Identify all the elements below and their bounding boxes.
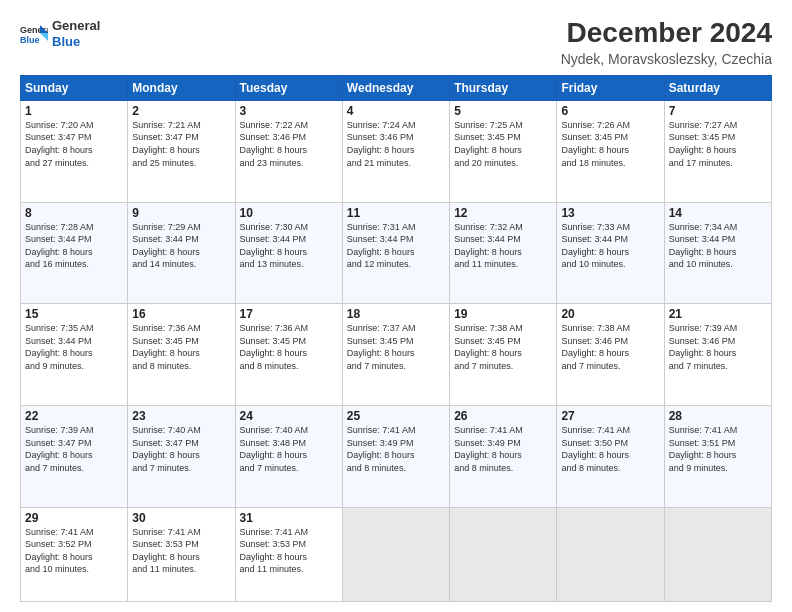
day-info: Sunrise: 7:41 AM Sunset: 3:53 PM Dayligh… xyxy=(240,526,338,576)
calendar-cell: 3Sunrise: 7:22 AM Sunset: 3:46 PM Daylig… xyxy=(235,100,342,202)
day-number: 20 xyxy=(561,307,659,321)
calendar-cell: 9Sunrise: 7:29 AM Sunset: 3:44 PM Daylig… xyxy=(128,202,235,304)
day-number: 14 xyxy=(669,206,767,220)
calendar-day-header: Saturday xyxy=(664,75,771,100)
day-info: Sunrise: 7:28 AM Sunset: 3:44 PM Dayligh… xyxy=(25,221,123,271)
day-info: Sunrise: 7:38 AM Sunset: 3:46 PM Dayligh… xyxy=(561,322,659,372)
day-info: Sunrise: 7:35 AM Sunset: 3:44 PM Dayligh… xyxy=(25,322,123,372)
day-info: Sunrise: 7:33 AM Sunset: 3:44 PM Dayligh… xyxy=(561,221,659,271)
day-info: Sunrise: 7:39 AM Sunset: 3:46 PM Dayligh… xyxy=(669,322,767,372)
header: General Blue General Blue December 2024 … xyxy=(20,18,772,67)
day-info: Sunrise: 7:38 AM Sunset: 3:45 PM Dayligh… xyxy=(454,322,552,372)
day-number: 30 xyxy=(132,511,230,525)
calendar-cell: 29Sunrise: 7:41 AM Sunset: 3:52 PM Dayli… xyxy=(21,507,128,601)
calendar-cell: 10Sunrise: 7:30 AM Sunset: 3:44 PM Dayli… xyxy=(235,202,342,304)
day-info: Sunrise: 7:32 AM Sunset: 3:44 PM Dayligh… xyxy=(454,221,552,271)
calendar-cell xyxy=(450,507,557,601)
day-info: Sunrise: 7:27 AM Sunset: 3:45 PM Dayligh… xyxy=(669,119,767,169)
calendar-cell: 21Sunrise: 7:39 AM Sunset: 3:46 PM Dayli… xyxy=(664,304,771,406)
calendar-cell xyxy=(342,507,449,601)
day-number: 21 xyxy=(669,307,767,321)
calendar-cell: 6Sunrise: 7:26 AM Sunset: 3:45 PM Daylig… xyxy=(557,100,664,202)
title-block: December 2024 Nydek, Moravskoslezsky, Cz… xyxy=(561,18,772,67)
day-number: 4 xyxy=(347,104,445,118)
day-info: Sunrise: 7:29 AM Sunset: 3:44 PM Dayligh… xyxy=(132,221,230,271)
day-number: 15 xyxy=(25,307,123,321)
day-number: 2 xyxy=(132,104,230,118)
day-number: 9 xyxy=(132,206,230,220)
day-info: Sunrise: 7:40 AM Sunset: 3:47 PM Dayligh… xyxy=(132,424,230,474)
day-number: 28 xyxy=(669,409,767,423)
day-number: 8 xyxy=(25,206,123,220)
calendar-cell: 13Sunrise: 7:33 AM Sunset: 3:44 PM Dayli… xyxy=(557,202,664,304)
calendar-cell: 15Sunrise: 7:35 AM Sunset: 3:44 PM Dayli… xyxy=(21,304,128,406)
day-info: Sunrise: 7:36 AM Sunset: 3:45 PM Dayligh… xyxy=(240,322,338,372)
day-number: 10 xyxy=(240,206,338,220)
calendar-cell xyxy=(557,507,664,601)
day-info: Sunrise: 7:39 AM Sunset: 3:47 PM Dayligh… xyxy=(25,424,123,474)
day-number: 12 xyxy=(454,206,552,220)
calendar-header-row: SundayMondayTuesdayWednesdayThursdayFrid… xyxy=(21,75,772,100)
logo: General Blue General Blue xyxy=(20,18,100,49)
svg-marker-3 xyxy=(40,33,48,41)
calendar-cell: 1Sunrise: 7:20 AM Sunset: 3:47 PM Daylig… xyxy=(21,100,128,202)
day-info: Sunrise: 7:41 AM Sunset: 3:52 PM Dayligh… xyxy=(25,526,123,576)
calendar-cell: 25Sunrise: 7:41 AM Sunset: 3:49 PM Dayli… xyxy=(342,405,449,507)
calendar-cell: 7Sunrise: 7:27 AM Sunset: 3:45 PM Daylig… xyxy=(664,100,771,202)
calendar-week-row: 29Sunrise: 7:41 AM Sunset: 3:52 PM Dayli… xyxy=(21,507,772,601)
calendar-cell: 4Sunrise: 7:24 AM Sunset: 3:46 PM Daylig… xyxy=(342,100,449,202)
calendar-cell: 22Sunrise: 7:39 AM Sunset: 3:47 PM Dayli… xyxy=(21,405,128,507)
subtitle: Nydek, Moravskoslezsky, Czechia xyxy=(561,51,772,67)
calendar-day-header: Monday xyxy=(128,75,235,100)
calendar-table: SundayMondayTuesdayWednesdayThursdayFrid… xyxy=(20,75,772,602)
svg-text:Blue: Blue xyxy=(20,35,40,45)
day-number: 31 xyxy=(240,511,338,525)
logo-text: General Blue xyxy=(52,18,100,49)
calendar-cell: 8Sunrise: 7:28 AM Sunset: 3:44 PM Daylig… xyxy=(21,202,128,304)
day-number: 3 xyxy=(240,104,338,118)
day-number: 18 xyxy=(347,307,445,321)
day-number: 27 xyxy=(561,409,659,423)
calendar-cell: 12Sunrise: 7:32 AM Sunset: 3:44 PM Dayli… xyxy=(450,202,557,304)
day-number: 24 xyxy=(240,409,338,423)
day-number: 29 xyxy=(25,511,123,525)
page: General Blue General Blue December 2024 … xyxy=(0,0,792,612)
day-info: Sunrise: 7:40 AM Sunset: 3:48 PM Dayligh… xyxy=(240,424,338,474)
day-info: Sunrise: 7:41 AM Sunset: 3:51 PM Dayligh… xyxy=(669,424,767,474)
day-info: Sunrise: 7:26 AM Sunset: 3:45 PM Dayligh… xyxy=(561,119,659,169)
calendar-cell: 17Sunrise: 7:36 AM Sunset: 3:45 PM Dayli… xyxy=(235,304,342,406)
day-info: Sunrise: 7:21 AM Sunset: 3:47 PM Dayligh… xyxy=(132,119,230,169)
calendar-week-row: 22Sunrise: 7:39 AM Sunset: 3:47 PM Dayli… xyxy=(21,405,772,507)
calendar-cell: 18Sunrise: 7:37 AM Sunset: 3:45 PM Dayli… xyxy=(342,304,449,406)
day-info: Sunrise: 7:22 AM Sunset: 3:46 PM Dayligh… xyxy=(240,119,338,169)
calendar-cell: 27Sunrise: 7:41 AM Sunset: 3:50 PM Dayli… xyxy=(557,405,664,507)
day-info: Sunrise: 7:34 AM Sunset: 3:44 PM Dayligh… xyxy=(669,221,767,271)
calendar-cell: 30Sunrise: 7:41 AM Sunset: 3:53 PM Dayli… xyxy=(128,507,235,601)
calendar-cell: 19Sunrise: 7:38 AM Sunset: 3:45 PM Dayli… xyxy=(450,304,557,406)
day-number: 7 xyxy=(669,104,767,118)
calendar-cell: 5Sunrise: 7:25 AM Sunset: 3:45 PM Daylig… xyxy=(450,100,557,202)
calendar-cell xyxy=(664,507,771,601)
day-number: 13 xyxy=(561,206,659,220)
calendar-day-header: Thursday xyxy=(450,75,557,100)
logo-icon: General Blue xyxy=(20,23,48,45)
day-number: 6 xyxy=(561,104,659,118)
day-info: Sunrise: 7:36 AM Sunset: 3:45 PM Dayligh… xyxy=(132,322,230,372)
calendar-cell: 20Sunrise: 7:38 AM Sunset: 3:46 PM Dayli… xyxy=(557,304,664,406)
day-info: Sunrise: 7:41 AM Sunset: 3:53 PM Dayligh… xyxy=(132,526,230,576)
calendar-week-row: 15Sunrise: 7:35 AM Sunset: 3:44 PM Dayli… xyxy=(21,304,772,406)
calendar-week-row: 1Sunrise: 7:20 AM Sunset: 3:47 PM Daylig… xyxy=(21,100,772,202)
day-info: Sunrise: 7:41 AM Sunset: 3:49 PM Dayligh… xyxy=(454,424,552,474)
day-info: Sunrise: 7:37 AM Sunset: 3:45 PM Dayligh… xyxy=(347,322,445,372)
calendar-cell: 26Sunrise: 7:41 AM Sunset: 3:49 PM Dayli… xyxy=(450,405,557,507)
day-info: Sunrise: 7:20 AM Sunset: 3:47 PM Dayligh… xyxy=(25,119,123,169)
calendar-cell: 23Sunrise: 7:40 AM Sunset: 3:47 PM Dayli… xyxy=(128,405,235,507)
day-number: 22 xyxy=(25,409,123,423)
day-number: 19 xyxy=(454,307,552,321)
day-info: Sunrise: 7:31 AM Sunset: 3:44 PM Dayligh… xyxy=(347,221,445,271)
calendar-cell: 14Sunrise: 7:34 AM Sunset: 3:44 PM Dayli… xyxy=(664,202,771,304)
day-number: 17 xyxy=(240,307,338,321)
calendar-day-header: Sunday xyxy=(21,75,128,100)
calendar-cell: 24Sunrise: 7:40 AM Sunset: 3:48 PM Dayli… xyxy=(235,405,342,507)
day-number: 1 xyxy=(25,104,123,118)
